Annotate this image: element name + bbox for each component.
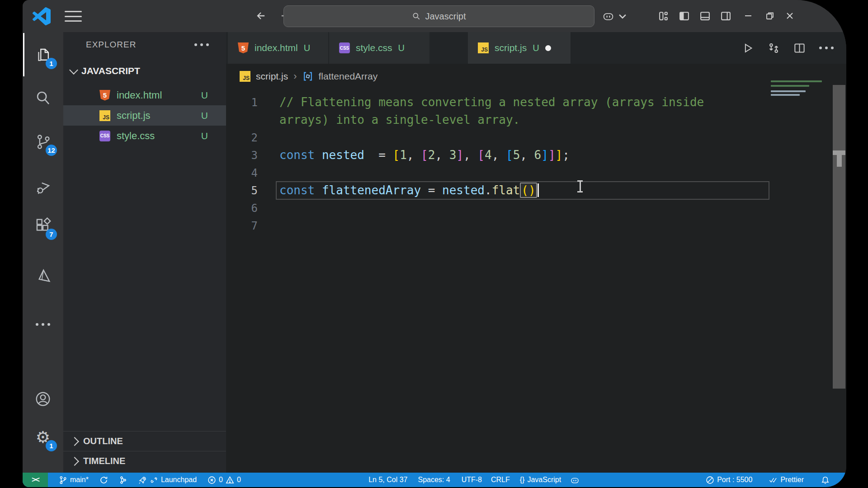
git-status-untracked: U (201, 90, 208, 101)
customize-layout-icon[interactable] (656, 8, 671, 23)
search-view-icon[interactable] (23, 85, 63, 111)
outline-pane-header[interactable]: OUTLINE (63, 431, 226, 451)
tab-style-css[interactable]: CSS style.css U (329, 32, 429, 64)
source-control-badge: 12 (46, 145, 57, 156)
git-branch-item[interactable]: main* (59, 476, 89, 484)
sidebar-title: EXPLORER (86, 40, 136, 50)
file-item-style-css[interactable]: CSS style.css U (63, 126, 226, 146)
copilot-icon[interactable] (600, 8, 616, 23)
restore-button[interactable] (762, 8, 778, 23)
search-icon (412, 12, 421, 21)
mouse-ibeam-cursor (576, 180, 584, 192)
remote-indicator[interactable]: >< (23, 473, 48, 487)
tab-index-html[interactable]: 5 index.html U (228, 32, 328, 64)
explorer-sidebar: EXPLORER JAVASCRIPT 5 index.html U JS sc… (63, 32, 226, 473)
css-file-icon: CSS (99, 131, 110, 141)
code-editor[interactable]: 1// Flattening means converting a nested… (226, 89, 846, 473)
git-status-untracked: U (201, 110, 208, 121)
chevron-down-icon (69, 66, 78, 75)
branch-icon (59, 476, 67, 484)
encoding-item[interactable]: UTF-8 (462, 476, 482, 484)
toggle-primary-sidebar-icon[interactable] (676, 8, 692, 23)
file-item-index-html[interactable]: 5 index.html U (63, 85, 226, 105)
back-arrow-icon[interactable] (253, 8, 269, 23)
menu-hamburger-icon[interactable] (65, 11, 82, 22)
plug-icon (150, 476, 158, 484)
notifications-bell-icon[interactable] (821, 476, 830, 484)
text-cursor (538, 183, 539, 197)
git-status-untracked: U (201, 131, 208, 141)
split-editor-icon[interactable] (793, 42, 806, 54)
circle-slash-icon (706, 476, 714, 484)
command-center-search[interactable]: Javascript (283, 5, 594, 27)
prism-extension-icon[interactable] (23, 263, 63, 290)
tab-script-js[interactable]: JS script.js U (468, 32, 571, 64)
explorer-badge: 1 (46, 58, 57, 69)
vertical-scrollbar[interactable] (833, 85, 845, 389)
scrollbar-marker[interactable] (837, 155, 842, 167)
status-bar: >< main* Launchpad 0 0 (23, 473, 846, 487)
rocket-icon (138, 476, 147, 484)
unsaved-changes-dot (545, 45, 551, 51)
breadcrumb-separator: › (293, 70, 297, 82)
eol-item[interactable]: CRLF (491, 476, 510, 484)
close-button[interactable] (782, 8, 797, 23)
extensions-badge: 7 (46, 229, 57, 240)
vscode-logo-icon (33, 7, 51, 25)
explorer-icon[interactable]: 1 (23, 42, 63, 68)
chevron-right-icon (70, 457, 79, 466)
js-file-icon: JS (478, 42, 489, 53)
html-file-icon: 5 (238, 42, 249, 53)
vscode-window: Javascript (23, 0, 846, 487)
live-share-icon[interactable] (119, 476, 127, 484)
problems-item[interactable]: 0 0 (208, 476, 241, 484)
sync-changes-icon[interactable] (99, 476, 108, 484)
double-check-icon (769, 476, 778, 484)
minimize-button[interactable] (741, 8, 756, 23)
tab-bar: 5 index.html U CSS style.css U JS script… (226, 32, 846, 64)
code-lines[interactable]: 1// Flattening means converting a nested… (226, 89, 846, 235)
scrollbar-marker[interactable] (833, 150, 845, 155)
chevron-down-icon[interactable] (618, 8, 627, 23)
editor-more-actions-icon[interactable] (819, 47, 834, 49)
source-control-icon[interactable]: 12 (23, 129, 63, 155)
css-file-icon: CSS (339, 42, 350, 53)
indentation-item[interactable]: Spaces: 4 (418, 476, 450, 484)
language-mode-item[interactable]: {} JavaScript (520, 476, 561, 484)
extensions-icon[interactable]: 7 (23, 213, 63, 239)
toggle-secondary-sidebar-icon[interactable] (718, 8, 733, 23)
activity-bar: 1 12 7 ⚙ 1 (23, 32, 63, 473)
launchpad-item[interactable]: Launchpad (138, 476, 197, 484)
errors-icon (208, 476, 216, 484)
explorer-more-actions-icon[interactable] (194, 43, 209, 46)
toggle-panel-icon[interactable] (697, 8, 712, 23)
breadcrumb-file[interactable]: script.js (256, 71, 288, 82)
run-file-icon[interactable] (742, 42, 754, 54)
breadcrumb: JS script.js › flattenedArray (226, 64, 846, 89)
copilot-status-icon[interactable] (571, 476, 579, 484)
title-bar: Javascript (23, 0, 846, 32)
js-file-icon: JS (99, 110, 110, 121)
settings-gear-icon[interactable]: ⚙ 1 (23, 424, 63, 450)
cursor-position-item[interactable]: Ln 5, Col 37 (368, 476, 407, 484)
braces-icon: {} (520, 476, 525, 484)
search-text: Javascript (425, 11, 466, 22)
js-file-icon: JS (240, 71, 250, 82)
live-server-port-item[interactable]: Port : 5500 (706, 476, 752, 484)
breadcrumb-symbol[interactable]: flattenedArray (319, 71, 378, 82)
open-changes-icon[interactable] (768, 42, 780, 54)
settings-badge: 1 (46, 440, 57, 451)
chevron-right-icon (70, 437, 79, 446)
additional-views-icon[interactable] (23, 311, 63, 338)
account-icon[interactable] (23, 386, 63, 412)
folder-section-javascript[interactable]: JAVASCRIPT (63, 62, 226, 80)
editor-group: 5 index.html U CSS style.css U JS script… (226, 32, 846, 473)
run-debug-icon[interactable] (23, 173, 63, 199)
warnings-icon (226, 476, 234, 484)
symbol-variable-icon (302, 71, 313, 82)
html-file-icon: 5 (99, 90, 110, 101)
file-item-script-js[interactable]: JS script.js U (63, 105, 226, 126)
timeline-pane-header[interactable]: TIMELINE (63, 451, 226, 471)
formatter-item[interactable]: Prettier (769, 476, 804, 484)
